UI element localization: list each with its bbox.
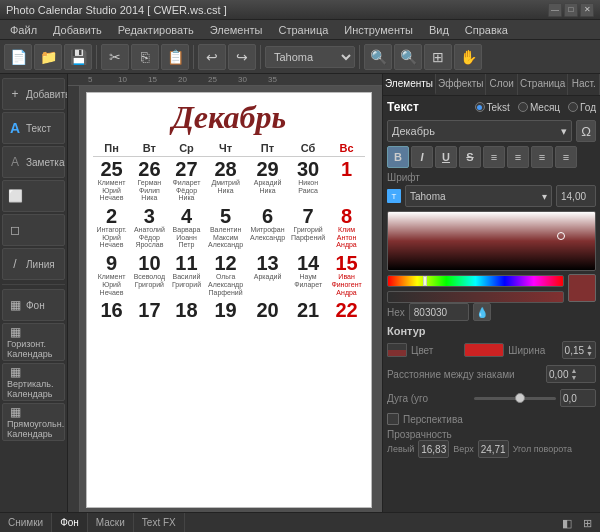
spacing-label: Расстояние между знаками — [387, 369, 542, 380]
tool-vcal-label: Вертикаль. Календарь — [7, 380, 60, 400]
menu-edit[interactable]: Редактировать — [112, 22, 200, 38]
ruler-mark: 25 — [208, 75, 217, 84]
bp-tab-masks[interactable]: Маски — [88, 513, 134, 532]
menu-add[interactable]: Добавить — [47, 22, 108, 38]
align-left-button[interactable]: ≡ — [483, 146, 505, 168]
tool-bg[interactable]: ▦ Фон — [2, 289, 65, 321]
calendar-cell: 15Иван Финогент Андра — [328, 251, 365, 298]
window-title: Photo Calendar Studio 2014 [ CWER.ws.cst… — [6, 4, 548, 16]
menu-elements[interactable]: Элементы — [204, 22, 269, 38]
font-family-value: Tahoma — [410, 191, 446, 202]
contour-toggle[interactable] — [387, 343, 407, 357]
arc-slider[interactable] — [474, 391, 557, 405]
menu-tools[interactable]: Инструменты — [338, 22, 419, 38]
spin-down-spacing[interactable]: ▼ — [570, 374, 577, 381]
bp-tab-snapshots[interactable]: Снимки — [0, 513, 52, 532]
tool-divider — [2, 284, 65, 285]
calendar-grid: Пн Вт Ср Чт Пт Сб Вс 25Климент Юрий Неча… — [93, 140, 365, 322]
toolbar-new[interactable]: 📄 — [4, 44, 32, 70]
tool-add[interactable]: + Добавить — [2, 78, 65, 110]
month-dropdown[interactable]: Декабрь ▾ — [387, 120, 572, 142]
justify-button[interactable]: ≡ — [555, 146, 577, 168]
align-right-button[interactable]: ≡ — [531, 146, 553, 168]
rp-tab-elements[interactable]: Элементы — [383, 74, 436, 95]
color-hue-strip[interactable] — [387, 275, 564, 287]
bp-icon-1[interactable]: ◧ — [558, 515, 576, 533]
toolbar-pan[interactable]: ✋ — [454, 44, 482, 70]
spin-arrows: ▲ ▼ — [586, 343, 593, 357]
arc-section: Дуга (уго 0,0 — [387, 389, 596, 407]
font-family-combo[interactable]: Tahoma ▾ — [405, 185, 552, 207]
transparency-x-spinbox[interactable]: 16,83 — [418, 440, 449, 458]
spin-up[interactable]: ▲ — [586, 343, 593, 350]
spacing-row: Расстояние между знаками 0,00 ▲ ▼ — [387, 365, 596, 383]
bp-tab-background[interactable]: Фон — [52, 513, 88, 532]
rp-tab-page[interactable]: Страница — [518, 74, 568, 95]
right-panel-content: Текст Tekst Месяц Год — [383, 96, 600, 512]
strikethrough-button[interactable]: S — [459, 146, 481, 168]
font-combo-toolbar[interactable]: Tahoma — [265, 46, 355, 68]
tool-note[interactable]: A Заметка — [2, 146, 65, 178]
hex-row: Hex 💧 — [387, 303, 596, 321]
spin-up-spacing[interactable]: ▲ — [570, 367, 577, 374]
canvas-area[interactable]: 5 10 15 20 25 30 35 Декабрь Пн Вт Ср Чт … — [68, 74, 382, 512]
toolbar-open[interactable]: 📁 — [34, 44, 62, 70]
contour-width-spinbox[interactable]: 0,15 ▲ ▼ — [562, 341, 596, 359]
radio-month-label: Месяц — [530, 102, 560, 113]
close-button[interactable]: ✕ — [580, 3, 594, 17]
tool-vcal[interactable]: ▦ Вертикаль. Календарь — [2, 363, 65, 401]
underline-button[interactable]: U — [435, 146, 457, 168]
toolbar-zoom-out[interactable]: 🔍 — [394, 44, 422, 70]
font-size-box[interactable]: 14,00 — [556, 185, 596, 207]
tool-rect2[interactable]: ◻ — [2, 214, 65, 246]
spacing-spinbox[interactable]: 0,00 ▲ ▼ — [546, 365, 596, 383]
text-type-year[interactable]: Год — [568, 102, 596, 113]
tool-hcal-label: Горизонт. Календарь — [7, 340, 60, 360]
bp-icon-2[interactable]: ⊞ — [578, 515, 596, 533]
menu-help[interactable]: Справка — [459, 22, 514, 38]
rp-tab-layers[interactable]: Слои — [486, 74, 518, 95]
ruler-mark: 15 — [148, 75, 157, 84]
transparency-y-spinbox[interactable]: 24,71 — [478, 440, 509, 458]
spin-down[interactable]: ▼ — [586, 350, 593, 357]
rp-tab-effects[interactable]: Эффекты — [436, 74, 486, 95]
italic-button[interactable]: I — [411, 146, 433, 168]
eyedropper-button[interactable]: 💧 — [473, 303, 491, 321]
toolbar-zoom-in[interactable]: 🔍 — [364, 44, 392, 70]
toolbar-save[interactable]: 💾 — [64, 44, 92, 70]
omega-button[interactable]: Ω — [576, 120, 596, 142]
alpha-strip[interactable] — [387, 291, 564, 303]
arc-spinbox[interactable]: 0,0 — [560, 389, 596, 407]
minimize-button[interactable]: — — [548, 3, 562, 17]
menu-file[interactable]: Файл — [4, 22, 43, 38]
text-type-tekst[interactable]: Tekst — [475, 102, 510, 113]
toolbar-redo[interactable]: ↪ — [228, 44, 256, 70]
tool-rcal[interactable]: ▦ Прямоугольн. Календарь — [2, 403, 65, 441]
bold-button[interactable]: B — [387, 146, 409, 168]
toolbar-fit[interactable]: ⊞ — [424, 44, 452, 70]
calendar-month-title: Декабрь — [93, 99, 365, 136]
toolbar-paste[interactable]: 📋 — [161, 44, 189, 70]
toolbar-undo[interactable]: ↩ — [198, 44, 226, 70]
arc-slider-thumb[interactable] — [515, 393, 525, 403]
toolbar-copy[interactable]: ⎘ — [131, 44, 159, 70]
perspective-checkbox[interactable] — [387, 413, 399, 425]
toolbar-cut[interactable]: ✂ — [101, 44, 129, 70]
menu-page[interactable]: Страница — [272, 22, 334, 38]
tool-text-label: Текст — [26, 123, 51, 134]
tool-rect1[interactable]: ⬜ — [2, 180, 65, 212]
contour-color-swatch[interactable] — [464, 343, 504, 357]
color-gradient[interactable] — [387, 211, 596, 271]
maximize-button[interactable]: □ — [564, 3, 578, 17]
hex-input[interactable] — [409, 303, 469, 321]
tool-line[interactable]: / Линия — [2, 248, 65, 280]
rp-tab-settings[interactable]: Наст. — [568, 74, 600, 95]
menu-view[interactable]: Вид — [423, 22, 455, 38]
tool-text[interactable]: A Текст — [2, 112, 65, 144]
text-type-month[interactable]: Месяц — [518, 102, 560, 113]
tool-hcal[interactable]: ▦ Горизонт. Календарь — [2, 323, 65, 361]
align-center-button[interactable]: ≡ — [507, 146, 529, 168]
radio-month-circle — [518, 102, 528, 112]
right-panel: Элементы Эффекты Слои Страница Наст. Тек… — [382, 74, 600, 512]
bp-tab-textfx[interactable]: Text FX — [134, 513, 185, 532]
